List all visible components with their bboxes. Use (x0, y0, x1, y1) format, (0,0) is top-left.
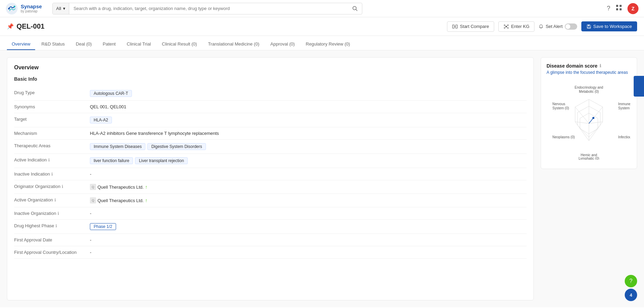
value-therapeutic-areas: Immune System Diseases Digestive System … (90, 143, 527, 150)
row-synonyms: Synonyms QEL 001, QEL001 (14, 101, 527, 113)
svg-line-38 (575, 122, 589, 123)
drug-title-area: 📌 QEL-001 (7, 22, 44, 30)
therapeutic-area-tag-1[interactable]: Immune System Diseases (90, 143, 145, 150)
pin-icon: 📌 (7, 23, 14, 30)
svg-point-1 (8, 8, 10, 9)
drug-type-tag[interactable]: Autologous CAR-T (90, 90, 132, 97)
tab-rd-status[interactable]: R&D Status (37, 39, 70, 50)
svg-rect-7 (620, 8, 622, 10)
subsection-basic-info-title: Basic Info (14, 76, 527, 82)
active-indication-tag-1[interactable]: liver function failure (90, 157, 133, 164)
info-icon-disease-domain[interactable]: ℹ (600, 63, 601, 68)
start-compare-button[interactable]: Start Compare (447, 21, 494, 32)
set-alert-toggle[interactable]: Set Alert (539, 23, 577, 30)
info-icon-drug-highest-phase[interactable]: ℹ (55, 223, 57, 228)
value-synonyms: QEL 001, QEL001 (90, 104, 527, 109)
value-target: HLA-A2 (90, 117, 527, 123)
label-inactive-indication: Inactive Indication ℹ (14, 171, 90, 177)
svg-point-41 (592, 117, 594, 119)
svg-line-18 (507, 27, 507, 28)
synapse-logo-icon (6, 2, 18, 15)
active-indication-tag-2[interactable]: Liver transplant rejection (135, 157, 188, 164)
info-icon-active-org[interactable]: ℹ (54, 198, 56, 202)
score-card-subtitle: A glimpse into the focused therapeutic a… (547, 70, 631, 75)
label-synonyms: Synonyms (14, 104, 90, 109)
label-first-approval-country: First Approval Country/Location (14, 250, 90, 255)
svg-text:System (1): System (1) (618, 106, 630, 110)
label-drug-highest-phase: Drug Highest Phase ℹ (14, 223, 90, 228)
search-type-dropdown[interactable]: All ▾ (53, 3, 69, 14)
active-org-link[interactable]: Q Quell Therapeutics Ltd. ↑ (90, 197, 147, 203)
drug-header-bar: 📌 QEL-001 Start Compare En (0, 17, 644, 36)
tab-translational-medicine[interactable]: Translational Medicine (0) (203, 39, 264, 50)
svg-point-14 (507, 27, 508, 28)
logo[interactable]: Synapse by patsnap (6, 2, 47, 15)
row-first-approval-country: First Approval Country/Location - (14, 246, 527, 259)
svg-line-16 (507, 26, 507, 26)
apps-grid-icon[interactable] (616, 4, 622, 12)
svg-text:Immune: Immune (618, 102, 630, 106)
info-icon-inactive-indication[interactable]: ℹ (51, 172, 53, 177)
tab-regulatory-review[interactable]: Regulatory Review (0) (301, 39, 355, 50)
content-right-panel: Disease domain score ℹ A glimpse into th… (541, 57, 637, 300)
score-card-title: Disease domain score ℹ (547, 63, 631, 69)
live-help-button[interactable]: ? (625, 275, 637, 287)
label-active-indication: Active Indication ℹ (14, 157, 90, 162)
help-icon[interactable]: ? (607, 5, 610, 12)
user-avatar[interactable]: Z (627, 3, 638, 14)
svg-text:Lymphatic (0): Lymphatic (0) (579, 157, 599, 160)
svg-rect-20 (588, 25, 590, 26)
svg-line-17 (505, 27, 506, 28)
search-input[interactable] (69, 6, 348, 11)
target-tag[interactable]: HLA-A2 (90, 117, 112, 123)
svg-text:Neoplasms (0): Neoplasms (0) (552, 135, 575, 139)
save-icon (586, 24, 591, 29)
svg-rect-6 (616, 8, 618, 10)
tab-overview[interactable]: Overview (7, 39, 35, 50)
originator-org-link[interactable]: Q Quell Therapeutics Ltd. ↑ (90, 184, 147, 190)
svg-line-39 (575, 107, 589, 123)
search-button[interactable] (348, 3, 362, 14)
search-bar: All ▾ (52, 3, 362, 14)
info-icon-active-indication[interactable]: ℹ (48, 158, 50, 162)
enter-kg-button[interactable]: Enter KG (498, 21, 534, 32)
alert-toggle-switch[interactable] (565, 23, 577, 30)
info-icon-originator-org[interactable]: ℹ (62, 184, 63, 189)
side-avatar-panel[interactable] (634, 76, 644, 97)
row-mechanism: Mechanism HLA-A2 inhibitors Gene transfe… (14, 127, 527, 140)
therapeutic-area-tag-2[interactable]: Digestive System Disorders (147, 143, 206, 150)
svg-point-12 (507, 24, 508, 26)
svg-text:Metabolic (0): Metabolic (0) (579, 90, 599, 93)
tab-clinical-result[interactable]: Clinical Result (0) (157, 39, 202, 50)
row-active-indication: Active Indication ℹ liver function failu… (14, 154, 527, 168)
save-to-workspace-button[interactable]: Save to Workspace (581, 21, 637, 31)
notification-badge[interactable]: 4 (625, 289, 637, 301)
drug-action-buttons: Start Compare Enter KG Set Alert (447, 21, 637, 32)
value-mechanism: HLA-A2 inhibitors Gene transference T ly… (90, 131, 527, 136)
row-inactive-indication: Inactive Indication ℹ - (14, 168, 527, 180)
content-left-panel: Overview Basic Info Drug Type Autologous… (7, 57, 534, 300)
main-content: Overview Basic Info Drug Type Autologous… (0, 50, 644, 307)
tab-approval[interactable]: Approval (0) (266, 39, 300, 50)
drug-title: QEL-001 (17, 22, 44, 30)
chevron-down-icon: ▾ (63, 6, 65, 11)
value-drug-type: Autologous CAR-T (90, 90, 527, 97)
tab-patent[interactable]: Patent (98, 39, 121, 50)
tab-clinical-trial[interactable]: Clinical Trial (122, 39, 156, 50)
label-therapeutic-areas: Therapeutic Areas (14, 143, 90, 148)
value-inactive-org: - (90, 211, 527, 216)
svg-rect-19 (588, 27, 590, 28)
tab-deal[interactable]: Deal (0) (71, 39, 96, 50)
radar-svg: Endocrinology and Metabolic (0) Immune S… (548, 84, 630, 160)
svg-rect-9 (456, 25, 457, 28)
tab-navigation: Overview R&D Status Deal (0) Patent Clin… (0, 36, 644, 50)
value-first-approval-country: - (90, 250, 527, 255)
phase-tag[interactable]: Phase 1/2 (90, 223, 116, 230)
value-originator-org: Q Quell Therapeutics Ltd. ↑ (90, 184, 527, 190)
info-icon-inactive-org[interactable]: ℹ (58, 211, 59, 216)
svg-text:System (0): System (0) (552, 106, 569, 110)
trend-up-icon-2: ↑ (145, 198, 147, 203)
trend-up-icon: ↑ (145, 184, 147, 190)
svg-point-11 (504, 24, 505, 26)
compare-icon (452, 24, 458, 29)
